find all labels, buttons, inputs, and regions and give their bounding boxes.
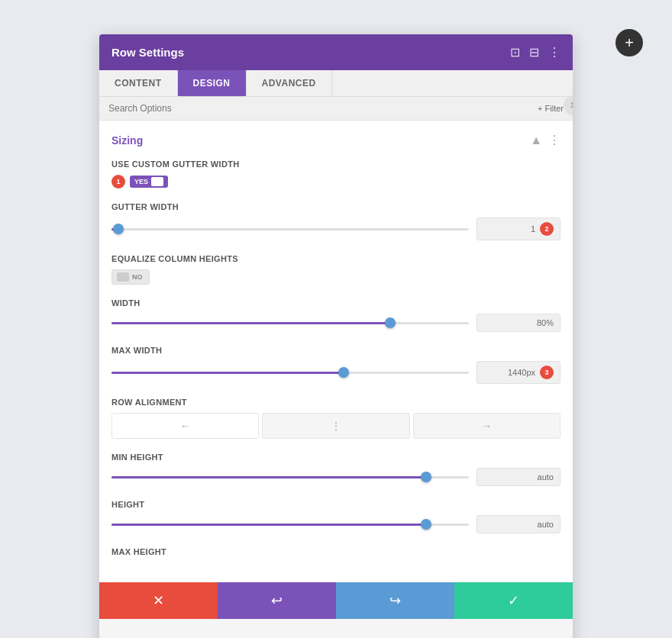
- collapse-icon[interactable]: ▲: [530, 134, 542, 147]
- section-more-icon[interactable]: ⋮: [548, 133, 561, 147]
- undo-button[interactable]: ↩: [218, 582, 336, 619]
- min-height-value: auto: [477, 468, 561, 486]
- setting-gutter-width: Gutter Width 1 2: [111, 202, 561, 240]
- equalize-column-heights-label: Equalize Column Heights: [111, 254, 561, 263]
- setting-max-width: Max Width 1440px 3: [111, 346, 561, 384]
- tab-content[interactable]: Content: [99, 70, 178, 96]
- badge-2: 2: [540, 222, 554, 236]
- gutter-width-fill: [111, 228, 118, 230]
- save-button[interactable]: ✓: [454, 582, 573, 619]
- setting-max-height: Max Height: [111, 547, 561, 556]
- max-height-label: Max Height: [111, 547, 561, 556]
- row-settings-panel: Row Settings ⊡ ⊟ ⋮ Content Design Advanc…: [99, 34, 573, 638]
- width-fill: [111, 322, 390, 324]
- toggle-no-label: NO: [132, 273, 143, 281]
- save-icon: ✓: [508, 592, 519, 609]
- max-width-slider-wrap: 1440px 3: [111, 361, 561, 384]
- undo-icon: ↩: [271, 592, 283, 609]
- min-height-label: Min Height: [111, 453, 561, 462]
- row-alignment-label: Row Alignment: [111, 398, 561, 407]
- search-bar: + Filter: [99, 97, 573, 121]
- min-height-fill: [111, 476, 426, 478]
- setting-width: Width 80%: [111, 298, 561, 332]
- setting-use-custom-gutter-width: Use Custom Gutter Width 1 YES: [111, 160, 561, 188]
- header-icons: ⊡ ⊟ ⋮: [510, 45, 561, 60]
- redo-icon: ↪: [389, 592, 401, 609]
- toggle-no-thumb: [117, 272, 129, 282]
- setting-row-alignment: Row Alignment ← ⋮ →: [111, 398, 561, 439]
- width-value: 80%: [477, 314, 561, 332]
- more-icon[interactable]: ⋮: [548, 45, 561, 60]
- panel-content: Sizing ▲ ⋮ Use Custom Gutter Width 1 YES: [99, 121, 573, 582]
- min-height-thumb[interactable]: [421, 472, 431, 482]
- height-fill: [111, 524, 426, 526]
- toggle-thumb: [151, 177, 163, 186]
- search-input[interactable]: [108, 103, 538, 114]
- align-left-btn[interactable]: ←: [111, 413, 259, 439]
- height-slider-wrap: auto: [111, 515, 561, 533]
- equalize-column-heights-control: NO: [111, 269, 561, 285]
- section-title: Sizing: [111, 134, 143, 147]
- width-label: Width: [111, 298, 561, 308]
- gutter-width-label: Gutter Width: [111, 202, 561, 211]
- row-alignment-group: ← ⋮ →: [111, 413, 561, 439]
- min-height-slider-wrap: auto: [111, 468, 561, 486]
- redo-button[interactable]: ↪: [336, 582, 454, 619]
- min-height-track[interactable]: [111, 476, 469, 478]
- max-width-track[interactable]: [111, 372, 469, 374]
- gutter-width-value: 1 2: [477, 218, 561, 240]
- width-track[interactable]: [111, 322, 469, 324]
- height-track[interactable]: [111, 524, 469, 526]
- max-width-value: 1440px 3: [477, 361, 561, 384]
- align-center-btn[interactable]: ⋮: [262, 413, 409, 439]
- panel-header: Row Settings ⊡ ⊟ ⋮: [99, 34, 573, 70]
- badge-1: 1: [111, 175, 125, 188]
- bottom-toolbar: ✕ ↩ ↪ ✓: [99, 582, 573, 619]
- width-slider-wrap: 80%: [111, 314, 561, 332]
- gutter-width-track[interactable]: [111, 228, 469, 230]
- filter-button[interactable]: + Filter: [538, 104, 564, 113]
- setting-height: Height auto: [111, 500, 561, 533]
- setting-equalize-column-heights: Equalize Column Heights NO: [111, 254, 561, 285]
- max-width-fill: [111, 372, 344, 374]
- width-thumb[interactable]: [385, 317, 396, 328]
- max-width-label: Max Width: [111, 346, 561, 355]
- section-controls: ▲ ⋮: [530, 133, 561, 147]
- toggle-no[interactable]: NO: [111, 269, 150, 285]
- toggle-yes[interactable]: YES: [130, 176, 168, 188]
- setting-min-height: Min Height auto: [111, 453, 561, 486]
- plus-button[interactable]: +: [615, 29, 643, 56]
- badge-3: 3: [540, 366, 554, 379]
- tabs: Content Design Advanced: [99, 70, 573, 97]
- height-label: Height: [111, 500, 561, 509]
- gutter-width-slider-wrap: 1 2: [111, 218, 561, 240]
- panel-title: Row Settings: [111, 46, 184, 59]
- cancel-button[interactable]: ✕: [99, 582, 218, 619]
- section-header: Sizing ▲ ⋮: [111, 133, 561, 147]
- tab-advanced[interactable]: Advanced: [247, 70, 332, 96]
- cancel-icon: ✕: [153, 592, 164, 609]
- gutter-width-thumb[interactable]: [113, 224, 124, 234]
- height-thumb[interactable]: [421, 519, 431, 530]
- align-right-btn[interactable]: →: [413, 413, 561, 439]
- height-value: auto: [477, 515, 561, 533]
- tab-design[interactable]: Design: [178, 70, 247, 96]
- page-wrapper: + Row Settings ⊡ ⊟ ⋮ Content Design Adva…: [15, 15, 657, 638]
- toggle-yes-label: YES: [134, 178, 148, 185]
- expand-icon[interactable]: ⊡: [510, 45, 520, 60]
- max-width-thumb[interactable]: [338, 367, 349, 378]
- use-custom-gutter-width-label: Use Custom Gutter Width: [111, 160, 561, 169]
- columns-icon[interactable]: ⊟: [529, 45, 539, 60]
- use-custom-gutter-width-control: 1 YES: [111, 175, 561, 188]
